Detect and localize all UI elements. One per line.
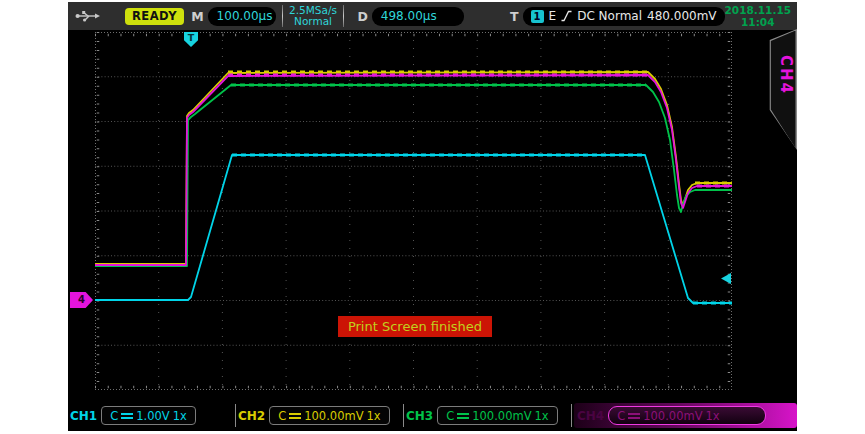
channel-readout-ch2[interactable]: CH2 C 100.00mV 1x: [238, 403, 402, 428]
channel-label: CH1: [70, 409, 97, 423]
trigger-mode: DC Normal: [577, 9, 642, 23]
coupling-label: C: [446, 409, 454, 423]
channel-readout-ch3[interactable]: CH3 C 100.00mV 1x: [406, 403, 570, 428]
acquisition-status-badge: READY: [125, 8, 184, 25]
channel-label: CH4: [577, 409, 604, 423]
probe-ratio: 1x: [706, 409, 720, 423]
channel-settings-box: C 1.00V 1x: [101, 406, 196, 425]
channel-scale: 1.00V: [136, 409, 169, 423]
channel-bar-divider: [235, 404, 236, 427]
dc-coupling-icon: [121, 413, 133, 419]
channel-status-bar: CH1 C 1.00V 1x CH2 C 100.00mV 1x: [68, 403, 797, 428]
channel-label: CH2: [238, 409, 265, 423]
oscilloscope-screen: READY M 100.00µs 2.5MSa/s Normal D 498.0…: [68, 2, 797, 431]
timebase-label: M: [191, 9, 203, 24]
acquire-mode-value: Normal: [294, 15, 332, 27]
channel-bar-divider: [571, 404, 572, 427]
probe-ratio: 1x: [367, 409, 381, 423]
coupling-label: C: [617, 409, 625, 423]
delay-value: 498.00µs: [372, 7, 464, 26]
trigger-source-badge: 1: [531, 10, 544, 23]
coupling-label: C: [110, 409, 118, 423]
usb-icon: [75, 10, 101, 22]
datetime-readout: 2018.11.15 11:04: [725, 4, 791, 28]
timebase-value: 100.00µs: [208, 7, 276, 26]
coupling-label: C: [278, 409, 286, 423]
topbar-divider: [282, 5, 283, 27]
time-value: 11:04: [741, 16, 774, 28]
delay-label: D: [357, 9, 367, 24]
probe-ratio: 1x: [173, 409, 187, 423]
topbar-divider: [343, 5, 344, 27]
trigger-readout: 1 E DC Normal 480.000mV: [523, 7, 725, 26]
channel-label: CH3: [406, 409, 433, 423]
ch4-menu-tab[interactable]: CH4: [766, 29, 797, 150]
channel-scale: 100.00mV: [304, 409, 363, 423]
trigger-level: 480.000mV: [647, 9, 717, 23]
ch4-position-marker[interactable]: 4: [70, 292, 93, 308]
notification-message: Print Screen finished: [338, 316, 492, 337]
sample-rate-readout: 2.5MSa/s Normal: [289, 5, 337, 27]
rising-edge-icon: [561, 10, 572, 22]
waveform-display: T 4 Print Screen finished: [95, 32, 732, 390]
dc-coupling-icon: [289, 413, 301, 419]
channel-bar-divider: [403, 404, 404, 427]
date-value: 2018.11.15: [725, 4, 791, 16]
trigger-type: E: [549, 9, 557, 23]
channel-scale: 100.00mV: [643, 409, 702, 423]
channel-settings-box: C 100.00mV 1x: [608, 406, 766, 425]
probe-ratio: 1x: [535, 409, 549, 423]
ch4-menu-tab-label: CH4: [777, 55, 795, 95]
dc-coupling-icon: [628, 413, 640, 419]
screenshot-root: READY M 100.00µs 2.5MSa/s Normal D 498.0…: [0, 0, 865, 434]
trigger-label: T: [510, 9, 519, 24]
channel-readout-ch4[interactable]: CH4 C 100.00mV 1x: [574, 403, 797, 428]
channel-settings-box: C 100.00mV 1x: [269, 406, 389, 425]
channel-settings-box: C 100.00mV 1x: [437, 406, 557, 425]
channel-scale: 100.00mV: [472, 409, 531, 423]
top-status-bar: READY M 100.00µs 2.5MSa/s Normal D 498.0…: [68, 2, 797, 30]
channel-readout-ch1[interactable]: CH1 C 1.00V 1x: [70, 403, 234, 428]
dc-coupling-icon: [457, 413, 469, 419]
